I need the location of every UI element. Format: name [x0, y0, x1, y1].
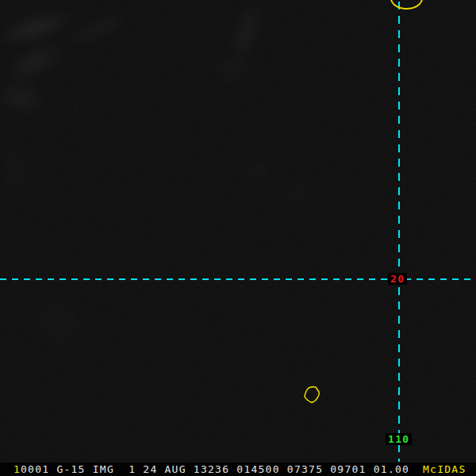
- longitude-label: 110: [386, 433, 412, 445]
- latitude-label: 20: [388, 273, 407, 285]
- status-bar: 1 0001 G-15 IMG 1 24 AUG 13236 014500 07…: [0, 463, 476, 476]
- longitude-gridline: [398, 2, 400, 462]
- cloud-wisp: [194, 31, 271, 107]
- image-noise: [0, 0, 476, 463]
- frame-number: 1: [13, 463, 21, 476]
- cloud-wisp: [0, 133, 38, 205]
- cloud-wisp: [45, 7, 137, 59]
- cloud-wisp: [78, 5, 141, 42]
- satellite-image-canvas[interactable]: 20 110: [0, 0, 476, 463]
- cloud-wisp: [0, 267, 121, 378]
- cloud-wisp: [279, 181, 316, 205]
- contour-island: [301, 386, 322, 406]
- cloud-wisp: [240, 155, 278, 187]
- contour-arc: [390, 0, 423, 10]
- cloud-wisp: [211, 0, 282, 86]
- mcidas-window: 20 110 1 0001 G-15 IMG 1 24 AUG 13236 01…: [0, 0, 476, 476]
- island-outline: [305, 387, 319, 403]
- cloud-wisp: [0, 17, 92, 107]
- mcidas-brand-label: McIDAS: [423, 463, 466, 476]
- cloud-wisp: [0, 0, 99, 67]
- status-info-text: 0001 G-15 IMG 1 24 AUG 13236 014500 0737…: [21, 463, 409, 476]
- cloud-wisp: [0, 62, 64, 132]
